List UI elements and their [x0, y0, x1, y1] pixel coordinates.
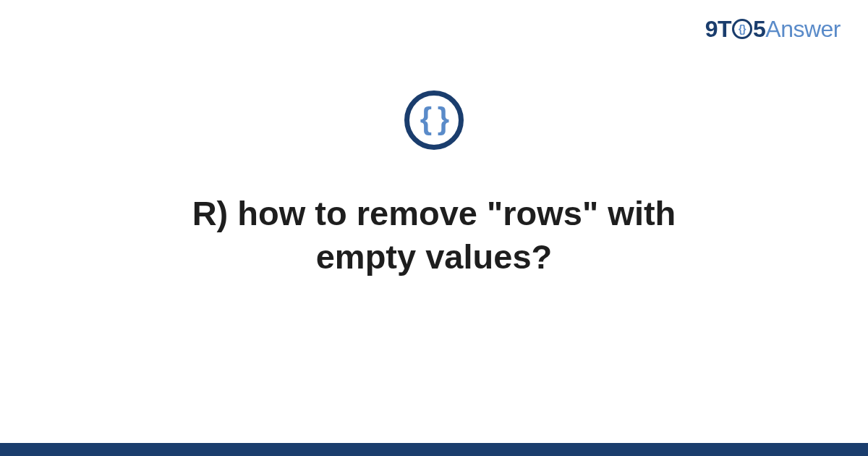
- braces-glyph: { }: [420, 101, 448, 136]
- logo-circle-braces-icon: {}: [732, 19, 752, 39]
- main-content: { } R) how to remove "rows" with empty v…: [0, 90, 868, 279]
- logo-part-5: 5: [753, 16, 765, 43]
- footer-accent-bar: [0, 443, 868, 456]
- site-logo[interactable]: 9T {} 5 Answer: [705, 16, 841, 43]
- logo-part-answer: Answer: [765, 16, 841, 43]
- code-braces-icon: { }: [404, 90, 464, 150]
- question-title: R) how to remove "rows" with empty value…: [109, 192, 760, 279]
- logo-part-9t: 9T: [705, 16, 731, 43]
